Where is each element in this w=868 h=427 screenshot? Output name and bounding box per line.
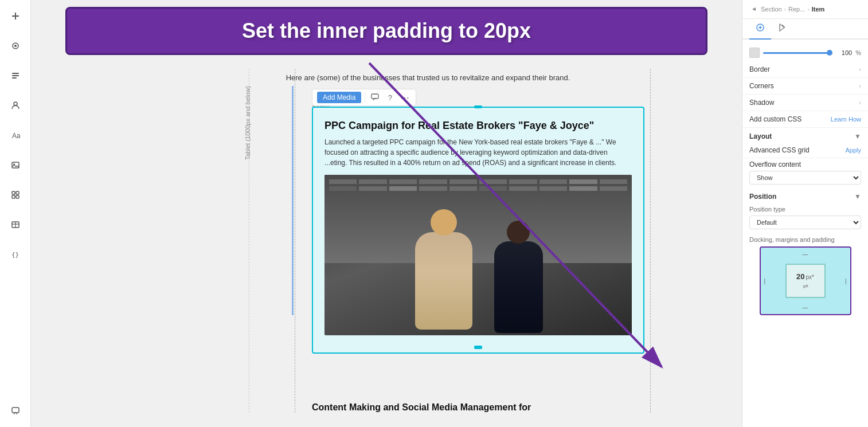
link-icon: ⇌ (803, 282, 808, 290)
panel-header: Section › Rep... › Item (742, 0, 868, 19)
question-icon[interactable]: ? (384, 91, 396, 104)
svg-rect-12 (16, 191, 19, 194)
svg-rect-9 (12, 162, 19, 168)
card-content: PPC Campaign for Real Estate Brokers "Fa… (315, 110, 641, 344)
border-row[interactable]: Border › (742, 61, 868, 78)
position-label: Position (749, 193, 776, 201)
code-icon[interactable]: {} (6, 245, 25, 264)
padding-value: 20 (796, 272, 804, 281)
bottom-resize-handle[interactable] (474, 346, 482, 349)
breadcrumb-item: Item (812, 6, 825, 13)
breadcrumb-section: Section (761, 6, 782, 13)
center-column-guide (295, 69, 295, 413)
intro-text: Here are (some) of the businesses that t… (257, 72, 599, 84)
right-panel: Section › Rep... › Item 100 % Border › (742, 0, 868, 427)
style-tab[interactable] (749, 19, 771, 40)
shadow-arrow-icon: › (859, 99, 861, 107)
svg-rect-11 (12, 191, 15, 194)
windows-grid (324, 175, 632, 195)
border-arrow-icon: › (859, 65, 861, 73)
custom-css-label: Add custom CSS (749, 115, 801, 123)
apply-button[interactable]: Apply (845, 147, 861, 154)
building-bg (324, 175, 632, 263)
left-sidebar: Aa {} (0, 0, 31, 427)
pages-icon[interactable] (6, 66, 25, 85)
overflow-label: Overflow content (749, 160, 801, 169)
learn-how-link[interactable]: Learn How (831, 116, 861, 123)
padding-widget[interactable]: 20 px* ⇌ — — | | (760, 246, 851, 315)
svg-rect-14 (16, 195, 19, 198)
table-icon[interactable] (6, 216, 25, 234)
opacity-slider[interactable] (763, 52, 832, 54)
breadcrumb-rep: Rep... (788, 6, 805, 13)
item-card: Item PPC Campaign for Real Estate Broker… (312, 107, 644, 354)
annotation-text: Set the inner padding to 20px (84, 19, 689, 43)
svg-text:Aa: Aa (12, 132, 20, 140)
person-2 (491, 215, 546, 335)
shadow-row[interactable]: Shadow › (742, 95, 868, 111)
opacity-thumb[interactable] (827, 50, 832, 56)
collapse-panel-button[interactable] (749, 5, 758, 14)
padding-inner: 20 px* ⇌ (785, 264, 826, 298)
tablet-label: Tablet (1000px and below) (244, 86, 251, 160)
corners-row[interactable]: Corners › (742, 78, 868, 95)
color-swatch[interactable] (749, 48, 760, 58)
svg-rect-13 (12, 195, 15, 198)
card-title: PPC Campaign for Real Estate Brokers "Fa… (324, 119, 632, 132)
overflow-label-row: Overflow content (749, 160, 861, 169)
canvas-toolbar: Add Media ? ⋯ (312, 89, 416, 106)
svg-point-7 (14, 102, 17, 105)
padding-bottom-handle[interactable]: — (803, 304, 808, 311)
annotation-banner: Set the inner padding to 20px (65, 7, 707, 55)
layout-section-header[interactable]: Layout ▼ (742, 128, 868, 143)
layout-chevron-icon: ▼ (854, 132, 861, 140)
svg-point-3 (14, 45, 17, 47)
users-icon[interactable] (6, 96, 25, 115)
right-column-guide (650, 69, 651, 413)
shadow-label: Shadow (749, 99, 774, 107)
position-section-header[interactable]: Position ▼ (742, 188, 868, 203)
layers-icon[interactable] (6, 37, 25, 55)
card-description: Launched a targeted PPC campaign for the… (324, 137, 632, 168)
person-1 (410, 203, 476, 335)
position-type-section: Position type Default Fixed Absolute Sti… (742, 203, 868, 233)
docking-label: Docking, margins and padding (749, 236, 861, 243)
padding-left-handle[interactable]: | (764, 278, 766, 284)
padding-unit: px* (806, 274, 814, 280)
position-type-select[interactable]: Default Fixed Absolute Sticky (749, 216, 861, 229)
padding-top-handle[interactable]: — (803, 251, 808, 257)
typography-icon[interactable]: Aa (6, 126, 25, 144)
add-icon[interactable] (6, 7, 25, 25)
card-image (324, 175, 632, 335)
breadcrumb-sep2: › (807, 6, 809, 13)
svg-rect-4 (12, 73, 19, 74)
image-icon[interactable] (6, 156, 25, 174)
more-options-icon[interactable]: ⋯ (398, 91, 411, 104)
padding-outer: 20 px* ⇌ — — | | (761, 248, 850, 314)
opacity-unit: % (855, 49, 861, 56)
comment-toolbar-icon[interactable] (369, 91, 381, 104)
action-tab[interactable] (771, 19, 793, 40)
center-line (292, 86, 294, 315)
breadcrumb-sep1: › (784, 6, 786, 13)
advanced-css-label: Advanced CSS grid (749, 146, 810, 154)
overflow-select[interactable]: Show Hidden Scroll (749, 171, 861, 185)
comment-icon[interactable] (6, 402, 25, 420)
widgets-icon[interactable] (6, 186, 25, 204)
opacity-row: 100 % (742, 44, 868, 61)
padding-right-handle[interactable]: | (845, 278, 847, 284)
svg-text:{}: {} (11, 251, 19, 258)
bottom-card-title: Content Making and Social Media Manageme… (312, 402, 644, 413)
docking-section: Docking, margins and padding 20 px* ⇌ — … (742, 233, 868, 319)
svg-rect-6 (12, 77, 17, 79)
corners-arrow-icon: › (859, 82, 861, 90)
border-label: Border (749, 65, 770, 73)
panel-content: 100 % Border › Corners › Shadow › Add cu… (742, 40, 868, 427)
panel-tabs (742, 19, 868, 40)
position-chevron-icon: ▼ (854, 193, 861, 201)
add-media-button[interactable]: Add Media (317, 92, 361, 103)
corners-label: Corners (749, 82, 774, 90)
svg-point-10 (13, 163, 15, 165)
layout-label: Layout (749, 132, 772, 140)
top-resize-handle[interactable] (474, 105, 482, 108)
